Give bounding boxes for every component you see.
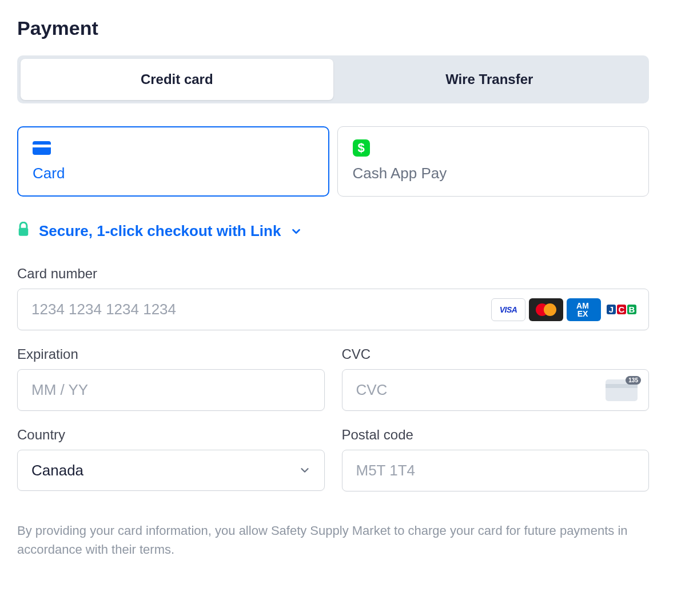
- mastercard-icon: [529, 298, 563, 321]
- cashapp-icon: $: [353, 139, 634, 157]
- cvc-input[interactable]: [342, 369, 650, 411]
- method-card-cashapp[interactable]: $ Cash App Pay: [337, 126, 650, 197]
- tab-wire-transfer[interactable]: Wire Transfer: [333, 59, 646, 100]
- expiration-input[interactable]: [17, 369, 325, 411]
- payment-section: Payment Credit card Wire Transfer Card $…: [17, 17, 649, 559]
- card-brand-icons: VISA AMEX JCB: [491, 298, 639, 321]
- jcb-icon: JCB: [604, 298, 639, 321]
- postal-label: Postal code: [342, 427, 650, 443]
- card-number-label: Card number: [17, 266, 649, 282]
- link-checkout-text: Secure, 1-click checkout with Link: [39, 222, 281, 240]
- method-card-card[interactable]: Card: [17, 126, 329, 197]
- tab-credit-card[interactable]: Credit card: [21, 59, 333, 100]
- country-field: Country Canada: [17, 427, 325, 507]
- postal-field: Postal code: [342, 427, 650, 507]
- visa-icon: VISA: [491, 298, 525, 321]
- payment-method-options: Card $ Cash App Pay: [17, 126, 649, 197]
- section-title: Payment: [17, 17, 649, 39]
- link-checkout-toggle[interactable]: Secure, 1-click checkout with Link: [17, 222, 649, 241]
- cvc-field: CVC 135: [342, 346, 650, 427]
- amex-icon: AMEX: [567, 298, 601, 321]
- method-cashapp-label: Cash App Pay: [353, 165, 634, 182]
- payment-type-tabs: Credit card Wire Transfer: [17, 55, 649, 103]
- expiration-label: Expiration: [17, 346, 325, 362]
- lock-icon: [17, 222, 30, 241]
- card-number-field: Card number VISA AMEX JCB: [17, 266, 649, 330]
- svg-rect-0: [19, 228, 29, 236]
- card-disclaimer: By providing your card information, you …: [17, 521, 649, 559]
- chevron-down-icon: [290, 225, 302, 238]
- country-label: Country: [17, 427, 325, 443]
- cvc-label: CVC: [342, 346, 650, 362]
- card-icon: [33, 139, 314, 157]
- postal-input[interactable]: [342, 450, 650, 491]
- country-select[interactable]: Canada: [17, 450, 325, 491]
- expiration-field: Expiration: [17, 346, 325, 427]
- method-card-label: Card: [33, 165, 314, 182]
